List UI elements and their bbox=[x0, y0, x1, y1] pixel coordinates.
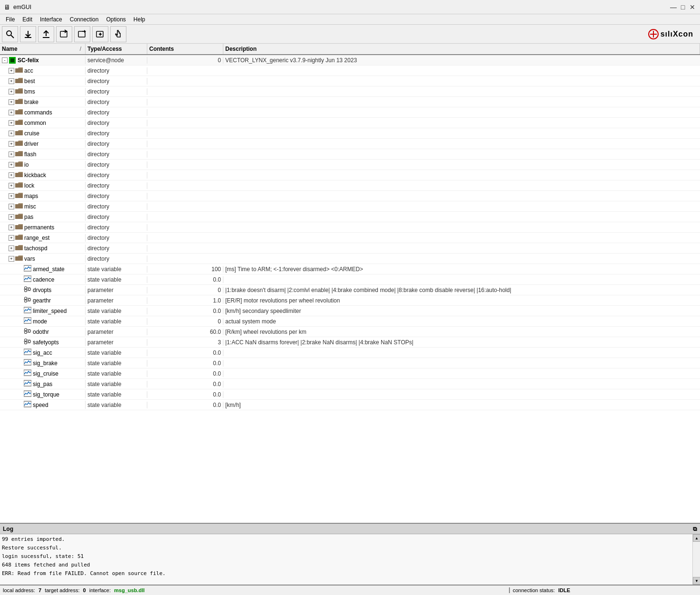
tree-row-kickback[interactable]: + kickback directory bbox=[0, 170, 700, 180]
expand-range_est[interactable]: + bbox=[9, 235, 14, 241]
node-name-gearthr: gearthr bbox=[33, 297, 51, 304]
tree-row-speed[interactable]: speed state variable 0.0 [km/h] bbox=[0, 400, 700, 410]
tree-row-permanents[interactable]: + permanents directory bbox=[0, 222, 700, 233]
column-headers: Name / Type/Access Contents Description bbox=[0, 44, 700, 55]
folder-icon-misc bbox=[15, 203, 23, 210]
silixcon-text: sılıXcon bbox=[661, 30, 693, 38]
log-entry: login sucessful, state: 51 bbox=[2, 552, 690, 561]
tree-row-best[interactable]: + best directory bbox=[0, 76, 700, 86]
expand-permanents[interactable]: + bbox=[9, 225, 14, 230]
pointer-button[interactable] bbox=[110, 26, 126, 42]
tree-row-misc[interactable]: + misc directory bbox=[0, 201, 700, 212]
log-scrollbar[interactable]: ▲ ▼ bbox=[692, 534, 700, 585]
expand-misc[interactable]: + bbox=[9, 204, 14, 209]
tree-row-cruise[interactable]: + cruise directory bbox=[0, 128, 700, 139]
tree-row-sig_brake[interactable]: sig_brake state variable 0.0 bbox=[0, 358, 700, 368]
tree-row-brake[interactable]: + brake directory bbox=[0, 97, 700, 107]
tree-row-bms[interactable]: + bms directory bbox=[0, 86, 700, 97]
folder-icon-flash bbox=[15, 151, 23, 158]
menu-connection[interactable]: Connection bbox=[66, 15, 103, 24]
expand-acc[interactable]: + bbox=[9, 68, 14, 74]
expand-commands[interactable]: + bbox=[9, 110, 14, 115]
tree-row-odothr[interactable]: odothr parameter 60.0 [R/km] wheel revol… bbox=[0, 327, 700, 337]
menu-interface[interactable]: Interface bbox=[36, 15, 66, 24]
add-button[interactable] bbox=[92, 26, 108, 42]
search-button[interactable] bbox=[2, 26, 18, 42]
tree-row-flash[interactable]: + flash directory bbox=[0, 149, 700, 160]
svg-rect-14 bbox=[10, 58, 14, 62]
status-right: connection status: IDLE bbox=[510, 587, 700, 593]
tree-row-armed_state[interactable]: armed_state state variable 100 [ms] Time… bbox=[0, 264, 700, 274]
tree-row-pas[interactable]: + pas directory bbox=[0, 212, 700, 222]
node-name-sig_acc: sig_acc bbox=[33, 349, 52, 356]
tree-row-cadence[interactable]: cadence state variable 0.0 bbox=[0, 274, 700, 285]
svg-rect-6 bbox=[78, 31, 85, 37]
log-scroll-down[interactable]: ▼ bbox=[693, 577, 700, 585]
close-button[interactable]: ✕ bbox=[689, 3, 696, 11]
tree-row-driver[interactable]: + driver directory bbox=[0, 139, 700, 149]
menu-help[interactable]: Help bbox=[130, 15, 149, 24]
folder-icon-acc bbox=[15, 67, 23, 75]
tree-row-root[interactable]: - SC-felix service@node 0 VECTOR_LYNX_ge… bbox=[0, 55, 700, 66]
node-name-armed_state: armed_state bbox=[33, 266, 65, 273]
svg-point-31 bbox=[25, 329, 27, 331]
col-header-description: Description bbox=[223, 44, 700, 54]
expand-io[interactable]: + bbox=[9, 162, 14, 168]
expand-vars[interactable]: + bbox=[9, 256, 14, 262]
folder-icon-permanents bbox=[15, 224, 23, 231]
expand-lock[interactable]: + bbox=[9, 183, 14, 189]
tree-row-mode[interactable]: mode state variable 0 actual system mode bbox=[0, 316, 700, 327]
tree-row-lock[interactable]: + lock directory bbox=[0, 180, 700, 191]
expand-common[interactable]: + bbox=[9, 120, 14, 126]
tree-row-commands[interactable]: + commands directory bbox=[0, 107, 700, 118]
node-name-io: io bbox=[24, 161, 29, 168]
root-node-icon bbox=[9, 57, 16, 64]
tree-row-io[interactable]: + io directory bbox=[0, 160, 700, 170]
node-name-common: common bbox=[24, 120, 46, 126]
folder-icon-io bbox=[15, 161, 23, 169]
expand-flash[interactable]: + bbox=[9, 151, 14, 157]
import-button[interactable] bbox=[74, 26, 90, 42]
minimize-button[interactable]: — bbox=[670, 3, 677, 11]
menu-edit[interactable]: Edit bbox=[19, 15, 36, 24]
log-title: Log bbox=[3, 526, 13, 532]
menu-options[interactable]: Options bbox=[102, 15, 129, 24]
node-name-kickback: kickback bbox=[24, 172, 46, 179]
node-name-lock: lock bbox=[24, 182, 34, 189]
tree-row-sig_torque[interactable]: sig_torque state variable 0.0 bbox=[0, 389, 700, 400]
tree-row-gearthr[interactable]: gearthr parameter 1.0 [ER/R] motor revol… bbox=[0, 295, 700, 306]
tree-row-range_est[interactable]: + range_est directory bbox=[0, 233, 700, 243]
expand-root[interactable]: - bbox=[2, 57, 8, 63]
expand-driver[interactable]: + bbox=[9, 141, 14, 147]
node-name-vars: vars bbox=[24, 255, 35, 262]
log-scroll-up[interactable]: ▲ bbox=[693, 534, 700, 542]
expand-best[interactable]: + bbox=[9, 78, 14, 84]
tree-row-vars[interactable]: + vars directory bbox=[0, 254, 700, 264]
export-button[interactable] bbox=[56, 26, 72, 42]
download-button[interactable] bbox=[20, 26, 36, 42]
expand-pas[interactable]: + bbox=[9, 214, 14, 220]
tree-row-sig_acc[interactable]: sig_acc state variable 0.0 bbox=[0, 348, 700, 358]
expand-tachospd[interactable]: + bbox=[9, 246, 14, 251]
tree-row-drvopts[interactable]: drvopts parameter 0 |1:brake doesn't dis… bbox=[0, 285, 700, 295]
node-name-driver: driver bbox=[24, 141, 38, 147]
tree-row-common[interactable]: + common directory bbox=[0, 118, 700, 128]
expand-brake[interactable]: + bbox=[9, 99, 14, 105]
tree-row-sig_pas[interactable]: sig_pas state variable 0.0 bbox=[0, 379, 700, 389]
svg-point-19 bbox=[29, 288, 31, 291]
upload-button[interactable] bbox=[38, 26, 54, 42]
tree-row-sig_cruise[interactable]: sig_cruise state variable 0.0 bbox=[0, 368, 700, 379]
tree-row-safetyopts[interactable]: safetyopts parameter 3 |1:ACC NaN disarm… bbox=[0, 337, 700, 348]
tree-row-limiter_speed[interactable]: limiter_speed state variable 0.0 [km/h] … bbox=[0, 306, 700, 316]
expand-kickback[interactable]: + bbox=[9, 172, 14, 178]
expand-maps[interactable]: + bbox=[9, 193, 14, 199]
tree-row-acc[interactable]: + acc directory bbox=[0, 66, 700, 76]
maximize-button[interactable]: □ bbox=[679, 3, 687, 11]
node-name-cadence: cadence bbox=[33, 276, 54, 283]
tree-row-tachospd[interactable]: + tachospd directory bbox=[0, 243, 700, 254]
expand-bms[interactable]: + bbox=[9, 89, 14, 94]
node-name-flash: flash bbox=[24, 151, 36, 158]
expand-cruise[interactable]: + bbox=[9, 131, 14, 136]
tree-row-maps[interactable]: + maps directory bbox=[0, 191, 700, 201]
menu-file[interactable]: File bbox=[2, 15, 19, 24]
